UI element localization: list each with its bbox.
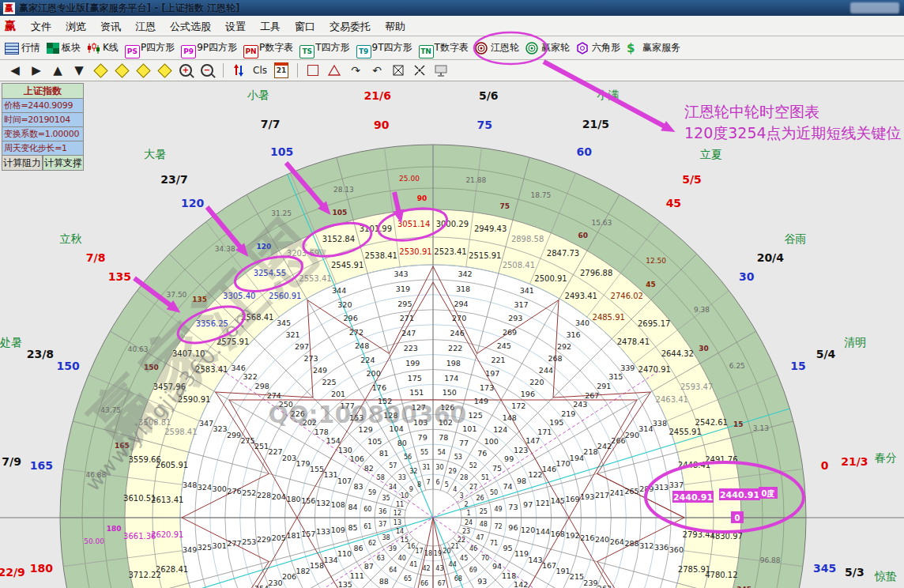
svg-text:271: 271: [400, 314, 414, 322]
toolbar-item-label: 9T四方形: [372, 41, 412, 55]
menu-item-2[interactable]: 资讯: [93, 18, 128, 35]
svg-text:299: 299: [227, 431, 241, 439]
svg-text:339: 339: [620, 364, 635, 372]
svg-text:立秋: 立秋: [59, 232, 81, 245]
svg-text:43: 43: [435, 565, 443, 572]
converge-tool-button[interactable]: [409, 62, 430, 79]
toolbar-item-板块[interactable]: 板块: [47, 41, 81, 55]
toolbar-item-行情[interactable]: 行情: [5, 41, 40, 55]
svg-text:96.88: 96.88: [760, 556, 781, 564]
diamond-right-button[interactable]: [111, 62, 132, 79]
toolbar-item-江恩轮[interactable]: 江恩轮: [475, 41, 519, 55]
window-controls[interactable]: [850, 2, 899, 13]
toolbar-item-9T四方形[interactable]: T99T四方形: [356, 41, 412, 55]
svg-text:59: 59: [368, 489, 376, 496]
svg-text:155: 155: [310, 465, 324, 473]
svg-text:247: 247: [401, 329, 416, 337]
svg-text:65: 65: [404, 575, 412, 582]
calc-resistance-button[interactable]: 计算阻力: [2, 156, 43, 171]
svg-text:83: 83: [353, 482, 363, 491]
toolbar-item-P数字表[interactable]: PNP数字表: [243, 41, 293, 55]
rotate-cw-button[interactable]: ↷: [345, 62, 366, 79]
diamond-left-button[interactable]: [90, 62, 111, 79]
svg-text:243: 243: [573, 400, 587, 409]
toolbar-item-T数字表[interactable]: TNT数字表: [419, 41, 469, 55]
screen-tool-button[interactable]: [431, 62, 451, 79]
toolbar-item-9P四方形[interactable]: P99P四方形: [181, 41, 237, 55]
menu-item-8[interactable]: 交易委托: [322, 18, 378, 35]
svg-text:174: 174: [444, 374, 458, 383]
rotate-ccw-button[interactable]: ↶: [367, 62, 387, 79]
menu-item-5[interactable]: 设置: [218, 18, 253, 35]
svg-text:2746.02: 2746.02: [611, 292, 643, 300]
svg-text:196: 196: [521, 390, 535, 398]
app-logo-icon: 赢: [3, 2, 15, 14]
svg-text:344: 344: [332, 286, 346, 295]
menu-item-3[interactable]: 江恩: [128, 18, 163, 35]
svg-text:21.88: 21.88: [465, 176, 486, 184]
svg-text:12: 12: [394, 510, 401, 517]
toolbar-item-赢家服务[interactable]: $赢家服务: [627, 41, 680, 55]
menu-item-0[interactable]: 文件: [24, 18, 58, 35]
svg-text:2593.47: 2593.47: [680, 383, 713, 391]
toolbar-item-label: 9P四方形: [197, 41, 237, 55]
menu-item-6[interactable]: 工具: [253, 18, 288, 35]
toolbar-item-label: 江恩轮: [491, 41, 519, 55]
svg-text:9: 9: [409, 486, 413, 493]
calendar-button[interactable]: 21: [271, 62, 292, 79]
diamond-down-button[interactable]: [154, 62, 175, 79]
svg-text:80: 80: [397, 439, 407, 447]
toolbar-item-label: T四方形: [315, 41, 349, 55]
cls-button[interactable]: Cls: [250, 62, 270, 79]
gann-wheel[interactable]: 1234567891011121314151617181920212223242…: [0, 81, 904, 588]
svg-text:71: 71: [490, 540, 498, 547]
svg-text:38: 38: [382, 534, 390, 541]
square-tool-button[interactable]: [303, 62, 323, 79]
svg-text:150: 150: [443, 388, 457, 397]
diamond-up-button[interactable]: [133, 62, 153, 79]
menu-item-1[interactable]: 浏览: [58, 18, 93, 35]
svg-text:197: 197: [485, 369, 499, 378]
svg-text:107: 107: [337, 477, 352, 485]
svg-text:4: 4: [453, 486, 457, 493]
menubar: 赢 文件浏览资讯江恩公式选股设置工具窗口交易委托帮助: [0, 16, 904, 36]
svg-text:150: 150: [56, 360, 79, 372]
svg-text:169: 169: [565, 495, 579, 503]
toolbar-item-P四方形[interactable]: PSP四方形: [125, 41, 175, 55]
svg-text:173: 173: [480, 383, 494, 392]
nav-right-button[interactable]: ▶: [26, 62, 47, 79]
svg-text:3051.14: 3051.14: [397, 220, 430, 228]
zoom-out-button[interactable]: −: [197, 62, 217, 79]
svg-text:2898.58: 2898.58: [511, 235, 544, 243]
svg-text:360: 360: [669, 545, 684, 554]
svg-text:63: 63: [377, 555, 385, 562]
letter-box-icon: TS: [299, 42, 313, 55]
toolbar-item-K线[interactable]: K线: [87, 41, 119, 55]
svg-text:5: 5: [445, 481, 449, 488]
toolbar-item-T四方形[interactable]: TST四方形: [299, 41, 349, 55]
svg-text:145: 145: [551, 496, 565, 505]
toolbar-item-六角形[interactable]: 六角形: [576, 41, 620, 55]
svg-text:75: 75: [492, 464, 502, 473]
zoom-in-button[interactable]: +: [175, 62, 196, 79]
svg-text:180: 180: [107, 525, 122, 533]
svg-text:322: 322: [243, 372, 258, 381]
svg-text:203: 203: [282, 454, 296, 462]
toolbar-item-赢家轮[interactable]: 赢家轮: [525, 41, 570, 55]
calc-support-button[interactable]: 计算支撑: [43, 156, 84, 171]
triangle-tool-button[interactable]: [324, 62, 345, 79]
svg-text:2598.41: 2598.41: [164, 428, 197, 436]
svg-text:15: 15: [790, 360, 805, 372]
updown-arrows-button[interactable]: [228, 62, 249, 79]
svg-text:151: 151: [409, 388, 424, 397]
svg-text:56: 56: [404, 454, 412, 461]
menu-item-4[interactable]: 公式选股: [163, 18, 218, 35]
svg-text:346: 346: [232, 364, 246, 372]
xbox-tool-button[interactable]: [388, 62, 409, 79]
nav-down-button[interactable]: ▼: [69, 62, 89, 79]
menu-item-9[interactable]: 帮助: [378, 18, 412, 35]
svg-text:347: 347: [199, 419, 213, 428]
nav-up-button[interactable]: ▲: [47, 62, 68, 79]
menu-item-7[interactable]: 窗口: [288, 18, 322, 35]
nav-left-button[interactable]: ◀: [5, 62, 25, 79]
